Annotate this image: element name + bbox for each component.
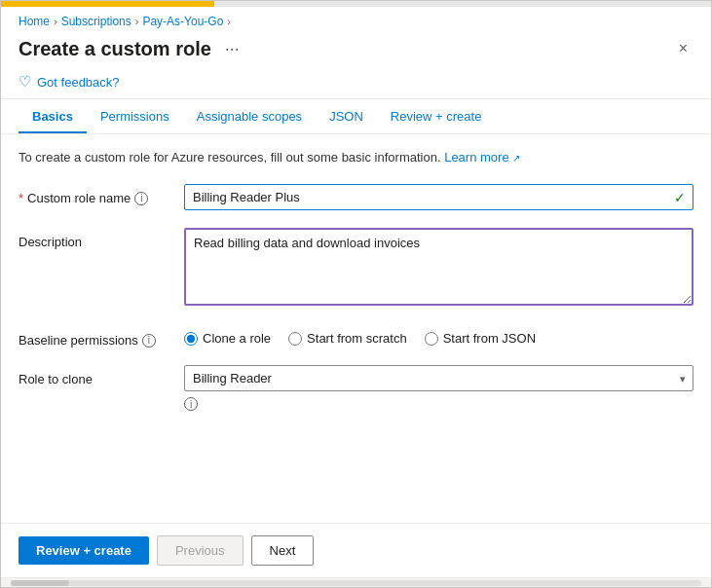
required-star: *	[19, 191, 23, 205]
page-title: Create a custom role	[19, 38, 211, 60]
custom-role-name-input[interactable]	[184, 184, 693, 210]
role-to-clone-select-wrapper: Billing Reader Owner Contributor Reader …	[184, 365, 693, 391]
radio-scratch-label: Start from scratch	[307, 331, 407, 346]
role-to-clone-control: Billing Reader Owner Contributor Reader …	[184, 365, 693, 411]
description-label: Description	[19, 228, 184, 249]
radio-clone-a-role[interactable]: Clone a role	[184, 331, 271, 346]
feedback-row: ♡ Got feedback?	[1, 69, 711, 98]
breadcrumb-sep-2: ›	[135, 16, 139, 27]
baseline-permissions-info-icon[interactable]: i	[142, 334, 156, 348]
header-row: Create a custom role ··· ×	[1, 32, 711, 69]
check-icon: ✓	[674, 190, 686, 205]
tab-basics[interactable]: Basics	[19, 99, 87, 133]
radio-group: Clone a role Start from scratch Start fr…	[184, 326, 693, 346]
radio-start-from-scratch[interactable]: Start from scratch	[288, 331, 407, 346]
baseline-permissions-control: Clone a role Start from scratch Start fr…	[184, 326, 693, 346]
scrollbar-row	[1, 577, 711, 587]
breadcrumb-sep-1: ›	[54, 16, 57, 27]
baseline-permissions-label: Baseline permissions i	[19, 326, 184, 348]
tab-json[interactable]: JSON	[316, 99, 377, 133]
tab-review-create[interactable]: Review + create	[377, 99, 496, 133]
breadcrumb-sep-3: ›	[227, 16, 231, 27]
ellipsis-button[interactable]: ···	[219, 37, 245, 61]
breadcrumb: Home › Subscriptions › Pay-As-You-Go ›	[1, 7, 711, 32]
info-text: To create a custom role for Azure resour…	[19, 150, 693, 165]
role-to-clone-select[interactable]: Billing Reader Owner Contributor Reader	[184, 365, 693, 391]
baseline-permissions-row: Baseline permissions i Clone a role Star…	[19, 326, 693, 348]
main-window: Home › Subscriptions › Pay-As-You-Go › C…	[0, 0, 712, 588]
breadcrumb-subscriptions[interactable]: Subscriptions	[61, 15, 131, 28]
scrollbar-track[interactable]	[11, 580, 701, 586]
custom-role-name-info-icon[interactable]: i	[134, 192, 148, 205]
role-to-clone-label: Role to clone	[19, 365, 184, 386]
custom-role-name-row: * Custom role name i ✓	[19, 184, 693, 210]
learn-more-link[interactable]: Learn more	[444, 150, 508, 165]
footer: Review + create Previous Next	[1, 523, 711, 577]
close-button[interactable]: ×	[673, 36, 693, 61]
role-to-clone-info-icon[interactable]: i	[184, 397, 198, 411]
custom-role-name-control: ✓	[184, 184, 693, 210]
description-row: Description Read billing data and downlo…	[19, 228, 693, 309]
heart-icon: ♡	[19, 73, 31, 91]
previous-button[interactable]: Previous	[157, 535, 244, 566]
next-button[interactable]: Next	[251, 535, 315, 566]
radio-clone-input[interactable]	[184, 332, 198, 346]
breadcrumb-payg[interactable]: Pay-As-You-Go	[142, 15, 223, 28]
content-area: To create a custom role for Azure resour…	[1, 134, 711, 523]
role-to-clone-row: Role to clone Billing Reader Owner Contr…	[19, 365, 693, 411]
radio-json-label: Start from JSON	[443, 331, 536, 346]
description-control: Read billing data and download invoices	[184, 228, 693, 309]
radio-scratch-input[interactable]	[288, 332, 302, 346]
breadcrumb-home[interactable]: Home	[19, 15, 50, 28]
scrollbar-thumb[interactable]	[11, 580, 69, 586]
description-input[interactable]: Read billing data and download invoices	[184, 228, 693, 306]
custom-role-name-label: * Custom role name i	[19, 184, 184, 205]
radio-json-input[interactable]	[425, 332, 438, 346]
role-to-clone-label-text: Role to clone	[19, 372, 93, 386]
custom-role-name-input-wrapper: ✓	[184, 184, 693, 210]
tab-assignable-scopes[interactable]: Assignable scopes	[183, 99, 316, 133]
tabs-row: Basics Permissions Assignable scopes JSO…	[1, 99, 711, 134]
radio-clone-label: Clone a role	[203, 331, 271, 346]
tab-permissions[interactable]: Permissions	[87, 99, 183, 133]
title-area: Create a custom role ···	[19, 37, 245, 61]
external-link-icon: ↗	[512, 153, 520, 164]
feedback-link[interactable]: Got feedback?	[37, 75, 120, 90]
radio-start-from-json[interactable]: Start from JSON	[425, 331, 536, 346]
review-create-button[interactable]: Review + create	[19, 536, 149, 565]
